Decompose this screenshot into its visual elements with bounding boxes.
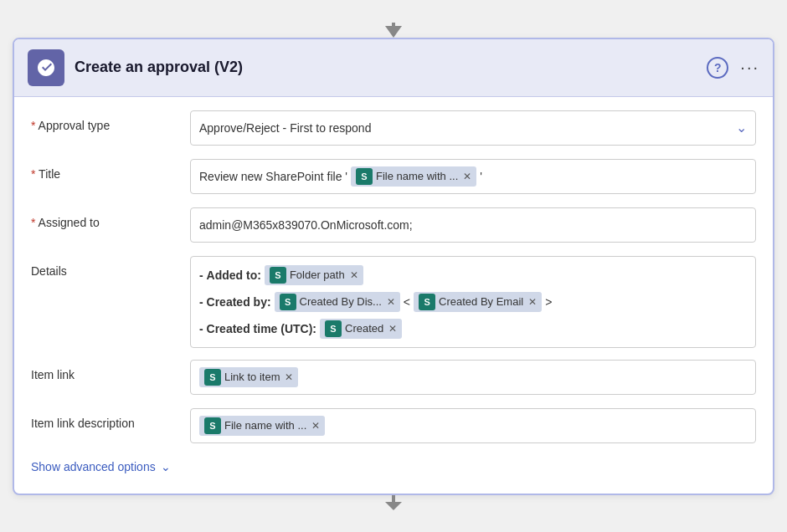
item-link-token: S Link to item ✕ [199,367,298,387]
title-token-icon: S [356,168,373,185]
top-arrow-icon [383,23,404,38]
details-token-folderpath: S Folder path ✕ [265,265,363,285]
details-created-icon: S [325,320,342,337]
title-token-close[interactable]: ✕ [463,171,471,182]
details-token-created: S Created ✕ [320,319,402,339]
bottom-arrow-icon [383,495,404,510]
details-row: Details - Added to: S Folder path ✕ - Cr… [31,256,756,348]
outer-wrapper: Create an approval (V2) ? ··· Approval t… [0,23,787,510]
details-folderpath-close[interactable]: ✕ [350,269,358,281]
approval-type-dropdown-arrow: ⌄ [736,120,747,136]
assigned-to-value: admin@M365x839070.OnMicrosoft.com; [199,218,413,232]
details-created-label: Created [345,322,383,335]
more-options-icon[interactable]: ··· [740,58,759,77]
card-header-left: Create an approval (V2) [28,49,243,86]
item-link-desc-token-icon: S [204,417,221,434]
assigned-to-label: Assigned to [31,207,190,229]
details-line2-prefix: - Created by: [199,295,271,309]
item-link-token-close[interactable]: ✕ [285,371,293,383]
approval-type-field[interactable]: Approve/Reject - First to respond ⌄ [190,110,756,146]
details-createdby-email-close[interactable]: ✕ [528,296,537,308]
details-separator2: > [545,295,552,309]
details-created-close[interactable]: ✕ [388,323,397,335]
card-header: Create an approval (V2) ? ··· [14,39,773,97]
item-link-row: Item link S Link to item ✕ [31,360,756,396]
title-static-text: Review new SharePoint file ' [199,170,347,183]
show-advanced-chevron-icon: ⌄ [161,460,171,473]
item-link-field[interactable]: S Link to item ✕ [190,360,756,395]
title-token-label: File name with ... [376,170,458,182]
approval-type-label: Approval type [31,110,190,132]
details-line3: - Created time (UTC): S Created ✕ [199,319,402,339]
assigned-to-row: Assigned to admin@M365x839070.OnMicrosof… [31,207,756,244]
title-trailing-text: ' [480,170,482,183]
approval-icon [34,56,58,79]
item-link-desc-token-close[interactable]: ✕ [311,420,320,432]
details-createdby-email-icon: S [419,294,435,310]
item-link-desc-field[interactable]: S File name with ... ✕ [190,408,756,443]
title-label: Title [31,159,190,181]
item-link-token-label: Link to item [224,371,280,383]
details-createdby-dis-label: Created By Dis... [300,295,382,308]
card-body: Approval type Approve/Reject - First to … [14,97,773,494]
item-link-desc-label: Item link description [31,408,190,430]
details-line2: - Created by: S Created By Dis... ✕ < S … [199,292,552,312]
details-folderpath-icon: S [270,267,286,284]
item-link-label: Item link [31,360,190,381]
details-separator1: < [404,295,410,309]
details-createdby-dis-close[interactable]: ✕ [387,296,395,308]
details-line3-prefix: - Created time (UTC): [199,322,316,335]
item-link-desc-token: S File name with ... ✕ [199,416,325,436]
item-link-token-icon: S [204,369,221,386]
details-token-createdby-dis: S Created By Dis... ✕ [275,292,400,312]
details-field[interactable]: - Added to: S Folder path ✕ - Created by… [190,256,756,348]
approval-type-value: Approve/Reject - First to respond [199,121,371,135]
card-header-right: ? ··· [707,57,759,79]
svg-rect-0 [392,23,395,29]
assigned-to-field[interactable]: admin@M365x839070.OnMicrosoft.com; [190,207,756,243]
title-row: Title Review new SharePoint file ' S Fil… [31,159,756,196]
details-createdby-email-label: Created By Email [439,295,523,308]
details-token-createdby-email: S Created By Email ✕ [414,292,542,312]
item-link-desc-row: Item link description S File name with .… [31,408,756,445]
show-advanced-options[interactable]: Show advanced options ⌄ [31,457,756,477]
details-folderpath-label: Folder path [290,269,345,281]
details-createdby-dis-icon: S [280,294,296,310]
header-icon [28,49,64,86]
approval-type-row: Approval type Approve/Reject - First to … [31,110,756,147]
show-advanced-label: Show advanced options [31,460,156,473]
approval-card: Create an approval (V2) ? ··· Approval t… [13,38,774,495]
details-line1-prefix: - Added to: [199,269,261,282]
details-label: Details [31,256,190,278]
title-token-filename: S File name with ... ✕ [351,166,476,187]
card-title: Create an approval (V2) [75,59,243,76]
help-icon[interactable]: ? [707,57,728,79]
details-line1: - Added to: S Folder path ✕ [199,265,363,285]
item-link-desc-token-label: File name with ... [224,419,306,432]
title-field[interactable]: Review new SharePoint file ' S File name… [190,159,756,194]
